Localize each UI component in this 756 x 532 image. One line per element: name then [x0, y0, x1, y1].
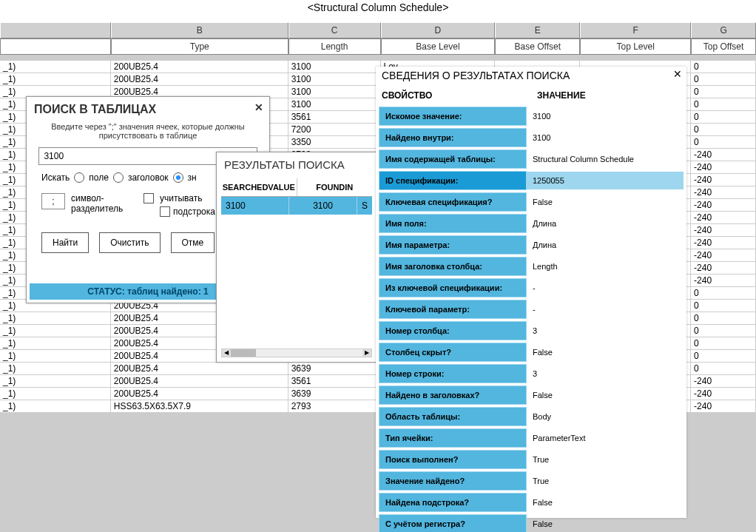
cell[interactable]: -240: [691, 400, 756, 413]
details-row[interactable]: Найдена подстрока?False: [379, 493, 684, 512]
radio-value[interactable]: [173, 172, 183, 183]
cell[interactable]: 3100: [288, 98, 381, 111]
cell[interactable]: 0: [691, 111, 756, 124]
substring-checkbox[interactable]: [160, 206, 170, 217]
scroll-left-icon[interactable]: ◀: [222, 349, 231, 357]
scroll-right-icon[interactable]: ▶: [362, 349, 371, 357]
cell[interactable]: 3100: [288, 86, 381, 98]
details-row[interactable]: Ключевая спецификация?False: [379, 192, 684, 212]
cell[interactable]: 0: [691, 363, 756, 375]
details-row[interactable]: Поиск выполнен?True: [379, 450, 684, 469]
cell[interactable]: -240: [691, 186, 756, 199]
cell[interactable]: 200UB25.4: [111, 375, 288, 388]
cell[interactable]: -240: [691, 174, 756, 186]
cell[interactable]: _1): [0, 312, 111, 325]
details-row[interactable]: С учётом регистра?False: [379, 514, 684, 532]
cell[interactable]: _1): [0, 388, 111, 400]
col-letter-D[interactable]: D: [381, 22, 496, 38]
details-row[interactable]: Тип ячейки:ParameterText: [379, 428, 684, 448]
close-icon[interactable]: ✕: [673, 68, 682, 80]
details-row[interactable]: Номер столбца:3: [379, 321, 684, 340]
cell[interactable]: -240: [691, 275, 756, 287]
close-icon[interactable]: ✕: [254, 101, 263, 113]
col-letter-F[interactable]: F: [580, 22, 691, 38]
col-name-A[interactable]: [0, 38, 111, 55]
col-letter-A[interactable]: [0, 22, 111, 38]
details-row[interactable]: Имя параметра:Длина: [379, 235, 684, 255]
cell[interactable]: _1): [0, 350, 111, 363]
cell[interactable]: 200UB25.4: [111, 388, 288, 400]
details-row[interactable]: Область таблицы:Body: [379, 407, 684, 426]
details-row[interactable]: Из ключевой спецификации:-: [379, 278, 684, 297]
cell[interactable]: 3561: [288, 375, 381, 388]
col-name-D[interactable]: Base Level: [381, 38, 496, 55]
cell[interactable]: 2793: [288, 400, 381, 413]
details-row[interactable]: Имя содержащей таблицы:Structural Column…: [379, 149, 684, 169]
cell[interactable]: -240: [691, 212, 756, 224]
cell[interactable]: _1): [0, 375, 111, 388]
cell[interactable]: _1): [0, 363, 111, 375]
cell[interactable]: -240: [691, 149, 756, 161]
cell[interactable]: 200UB25.4: [111, 73, 288, 86]
cancel-button[interactable]: Отме: [171, 232, 215, 253]
details-row[interactable]: Значение найдено?True: [379, 471, 684, 491]
cell[interactable]: -240: [691, 375, 756, 388]
results-col-foundin[interactable]: FOUNDIN: [297, 178, 373, 196]
cell[interactable]: 0: [691, 325, 756, 337]
col-letter-G[interactable]: G: [691, 22, 756, 38]
col-letter-B[interactable]: B: [111, 22, 288, 38]
cell[interactable]: _1): [0, 73, 111, 86]
cell[interactable]: 3350: [288, 136, 381, 149]
radio-field[interactable]: [74, 172, 84, 183]
details-row[interactable]: Ключевой параметр:-: [379, 300, 684, 319]
cell[interactable]: -240: [691, 161, 756, 174]
radio-header[interactable]: [113, 172, 124, 183]
cell[interactable]: 0: [691, 124, 756, 136]
cell[interactable]: 200UB25.4: [111, 61, 288, 73]
cell[interactable]: 7200: [288, 124, 381, 136]
col-letter-E[interactable]: E: [495, 22, 580, 38]
cell[interactable]: 0: [691, 86, 756, 98]
cell[interactable]: 0: [691, 98, 756, 111]
cell[interactable]: _1): [0, 337, 111, 350]
details-row[interactable]: Номер строки:3: [379, 364, 684, 383]
col-name-E[interactable]: Base Offset: [495, 38, 580, 55]
col-name-G[interactable]: Top Offset: [691, 38, 756, 55]
cell[interactable]: -240: [691, 224, 756, 237]
col-name-C[interactable]: Length: [288, 38, 381, 55]
cell[interactable]: -240: [691, 249, 756, 262]
cell[interactable]: 3639: [288, 388, 381, 400]
cell[interactable]: _1): [0, 400, 111, 413]
clear-button[interactable]: Очистить: [99, 232, 160, 253]
cell[interactable]: 0: [691, 136, 756, 149]
cell[interactable]: -240: [691, 262, 756, 275]
col-name-F[interactable]: Top Level: [580, 38, 691, 55]
col-letter-C[interactable]: C: [288, 22, 381, 38]
details-row[interactable]: ID спецификации:1250055: [379, 171, 684, 190]
results-col-searched[interactable]: SEARCHEDVALUE: [221, 178, 297, 196]
col-name-B[interactable]: Type: [111, 38, 288, 55]
details-row[interactable]: Найдено внутри:3100: [379, 128, 684, 147]
delimiter-input[interactable]: ;: [41, 193, 65, 209]
results-row[interactable]: 3100 3100 S: [221, 197, 372, 215]
details-row[interactable]: Столбец скрыт?False: [379, 343, 684, 362]
cell[interactable]: 3100: [288, 61, 381, 73]
scroll-thumb[interactable]: [231, 349, 256, 357]
cell[interactable]: 0: [691, 61, 756, 73]
details-row[interactable]: Имя заголовка столбца:Length: [379, 257, 684, 276]
cell[interactable]: 0: [691, 337, 756, 350]
details-row[interactable]: Найдено в заголовках?False: [379, 385, 684, 405]
cell[interactable]: HSS63.5X63.5X7.9: [111, 400, 288, 413]
cell[interactable]: 0: [691, 350, 756, 363]
cell[interactable]: 200UB25.4: [111, 363, 288, 375]
cell[interactable]: -240: [691, 237, 756, 249]
details-row[interactable]: Искомое значение:3100: [379, 107, 684, 126]
details-row[interactable]: Имя поля:Длина: [379, 214, 684, 233]
cell[interactable]: _1): [0, 61, 111, 73]
cell[interactable]: 0: [691, 287, 756, 300]
cell[interactable]: 3639: [288, 363, 381, 375]
cell[interactable]: 3561: [288, 111, 381, 124]
cell[interactable]: 0: [691, 300, 756, 312]
cell[interactable]: -240: [691, 388, 756, 400]
cell[interactable]: 3100: [288, 73, 381, 86]
